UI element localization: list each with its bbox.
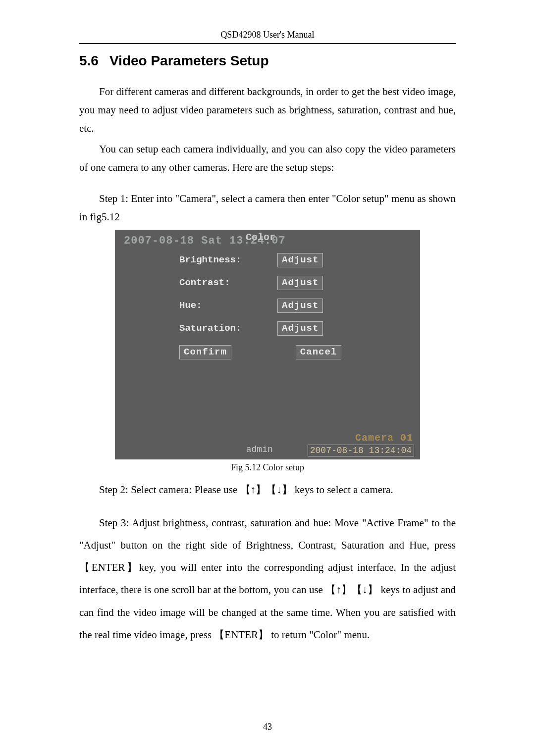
menu-title: Color bbox=[246, 232, 275, 243]
section-heading: 5.6Video Parameters Setup bbox=[79, 53, 456, 69]
cancel-button[interactable]: Cancel bbox=[296, 345, 341, 359]
label-contrast: Contrast: bbox=[179, 277, 268, 288]
confirm-button[interactable]: Confirm bbox=[179, 345, 231, 359]
row-brightness: Brightness: Adjust bbox=[179, 252, 323, 267]
row-saturation: Saturation: Adjust bbox=[179, 321, 323, 336]
paragraph-step3: Step 3: Adjust brightness, contrast, sat… bbox=[79, 512, 456, 646]
section-title: Video Parameters Setup bbox=[109, 53, 269, 68]
user-label: admin bbox=[246, 445, 273, 456]
row-confirm-cancel: Confirm Cancel bbox=[179, 345, 341, 359]
adjust-contrast-button[interactable]: Adjust bbox=[277, 276, 323, 290]
paragraph-step2: Step 2: Select camera: Please use 【↑】【↓】… bbox=[79, 481, 456, 499]
paragraph-step1: Step 1: Enter into "Camera", select a ca… bbox=[79, 190, 456, 226]
color-setup-screenshot: 2007-08-18 Sat 13:24:07 Color Brightness… bbox=[115, 230, 420, 459]
adjust-brightness-button[interactable]: Adjust bbox=[277, 253, 323, 267]
adjust-saturation-button[interactable]: Adjust bbox=[277, 321, 323, 336]
row-hue: Hue: Adjust bbox=[179, 298, 323, 313]
page-number: 43 bbox=[0, 722, 535, 732]
paragraph-1: For different cameras and different back… bbox=[79, 83, 456, 137]
page-header: QSD42908 User's Manual bbox=[79, 30, 456, 44]
paragraph-2: You can setup each camera individually, … bbox=[79, 140, 456, 177]
label-saturation: Saturation: bbox=[179, 323, 268, 334]
figure-caption: Fig 5.12 Color setup bbox=[79, 462, 456, 473]
label-hue: Hue: bbox=[179, 300, 268, 311]
label-brightness: Brightness: bbox=[179, 254, 268, 265]
section-number: 5.6 bbox=[79, 53, 99, 68]
status-timestamp: 2007-08-18 13:24:04 bbox=[308, 445, 414, 456]
row-contrast: Contrast: Adjust bbox=[179, 275, 323, 290]
status-bar: admin 2007-08-18 13:24:04 bbox=[115, 445, 420, 456]
adjust-hue-button[interactable]: Adjust bbox=[277, 299, 323, 313]
camera-label: Camera 01 bbox=[355, 432, 413, 444]
